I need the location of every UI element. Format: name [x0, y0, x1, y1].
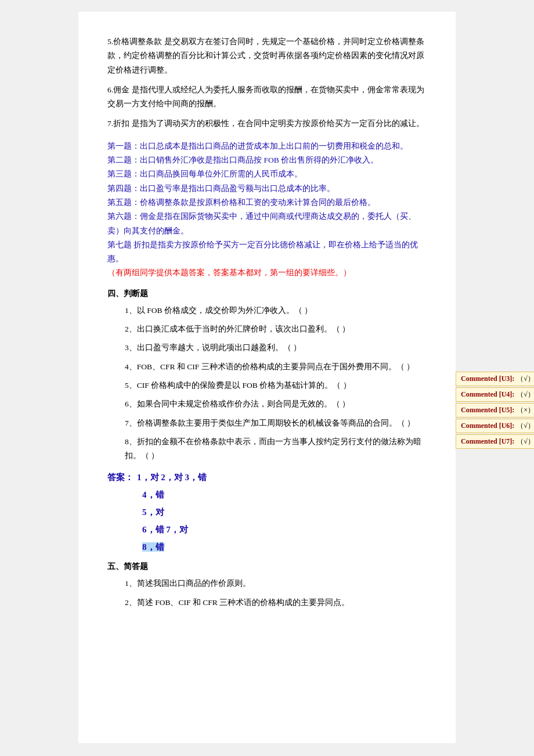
simple-q1: 1、简述我国出口商品的作价原则。: [125, 577, 427, 591]
comment-sidebar: Commented [U3]: （√） Commented [U4]: （√） …: [456, 372, 534, 450]
qa-item-4: 第四题：出口盈亏率是指出口商品盈亏额与出口总成本的比率。: [107, 182, 427, 196]
judge-item-6: 6、如果合同中未规定价格或作价办法，则合同是无效的。（ ）: [125, 397, 427, 411]
comment-u6: Commented [U6]: （√）: [456, 419, 534, 433]
comment-u3-content: （√）: [517, 374, 534, 384]
comment-u7: Commented [U7]: （√）: [456, 434, 534, 449]
answer-line3: 5，对: [142, 507, 164, 517]
comment-u6-content: （√）: [517, 421, 534, 431]
qa-item-5: 第五题：价格调整条款是按原料价格和工资的变动来计算合同的最后价格。: [107, 196, 427, 210]
judge-item-4: 4、FOB、CFR 和 CIF 三种术语的价格构成的主要异同点在于国外费用不同。…: [125, 360, 427, 374]
comment-u3-label: Commented [U3]:: [461, 375, 514, 383]
section4-title: 四、判断题: [107, 289, 427, 299]
qa-item-1: 第一题：出口总成本是指出口商品的进货成本加上出口前的一切费用和税金的总和。: [107, 139, 427, 153]
qa-item-6: 第六题：佣金是指在国际货物买卖中，通过中间商或代理商达成交易的，委托人（买、卖）…: [107, 210, 427, 238]
comment-u5-label: Commented [U5]:: [461, 406, 514, 415]
simple-q2: 2、简述 FOB、CIF 和 CFR 三种术语的价格构成的主要异同点。: [125, 596, 427, 610]
answer-line5: 8，错: [142, 542, 164, 552]
comment-u3: Commented [U3]: （√）: [456, 372, 534, 386]
qa-item-7: 第七题 折扣是指卖方按原价给予买方一定百分比德价格减让，即在价格上给予适当的优惠…: [107, 238, 427, 267]
answer-label: 答案：: [107, 469, 134, 486]
judge-item-5: 5、CIF 价格构成中的保险费是以 FOB 价格为基础计算的。（ ）: [125, 379, 427, 393]
document-content: 5.价格调整条款 是交易双方在签订合同时，先规定一个基础价格，并同时定立价格调整…: [78, 12, 456, 743]
answer-line4: 6，错 7，对: [142, 525, 188, 534]
comment-u5-content: （×）: [517, 405, 534, 415]
comment-u5: Commented [U5]: （×）: [456, 403, 534, 417]
comment-u4-content: （√）: [517, 390, 534, 399]
comment-u6-label: Commented [U6]:: [461, 422, 514, 430]
paragraph-5: 5.价格调整条款 是交易双方在签订合同时，先规定一个基础价格，并同时定立价格调整…: [107, 35, 427, 77]
qa-item-3: 第三题：出口商品换回每单位外汇所需的人民币成本。: [107, 167, 427, 181]
paragraph-6: 6.佣金 是指代理人或经纪人为委托人服务而收取的报酬，在货物买卖中，佣金常常表现…: [107, 83, 427, 111]
judge-item-3: 3、出口盈亏率越大，说明此项出口越盈利。（ ）: [125, 341, 427, 355]
paragraph-7: 7.折扣 是指为了调动买方的积极性，在合同中定明卖方按原价给买方一定百分比的减让…: [107, 117, 427, 131]
comment-u4-label: Commented [U4]:: [461, 390, 514, 399]
comment-u7-label: Commented [U7]:: [461, 437, 514, 446]
judge-item-1: 1、以 FOB 价格成交，成交价即为外汇净收入。（ ）: [125, 304, 427, 318]
answer-line1: 1，对 2，对 3，错: [137, 469, 207, 486]
answer-line2: 4，错: [142, 490, 164, 499]
comment-u4: Commented [U4]: （√）: [456, 387, 534, 402]
comment-u7-content: （√）: [517, 437, 534, 447]
judge-item-7: 7、价格调整条款主要用于类似生产加工周期较长的机械设备等商品的合同。（ ）: [125, 416, 427, 430]
qa-warning: （有两组同学提供本题答案，答案基本都对，第一组的要详细些。）: [107, 266, 427, 280]
judge-item-8: 8、折扣的金额不在价格条款中表示，而由一方当事人按约定另行支付的做法称为暗扣。（…: [125, 435, 427, 463]
qa-item-2: 第二题：出口销售外汇净收是指出口商品按 FOB 价出售所得的外汇净收入。: [107, 153, 427, 167]
answer-block: 答案： 1，对 2，对 3，错 4，错 5，对 6，错 7，对 8，错: [107, 469, 427, 556]
section5-title: 五、简答题: [107, 561, 427, 572]
judge-item-2: 2、出口换汇成本低于当时的外汇牌价时，该次出口盈利。（ ）: [125, 322, 427, 336]
